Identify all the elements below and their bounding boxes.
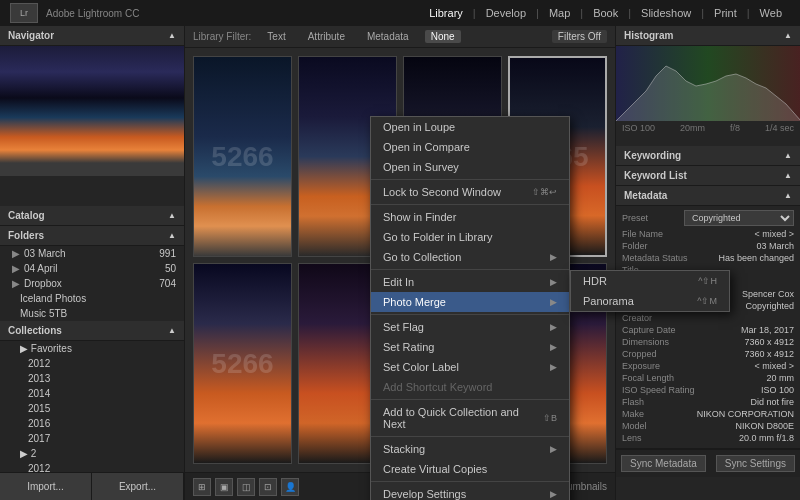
cm-sep-4 [371, 314, 569, 315]
export-button[interactable]: Export... [92, 473, 184, 500]
cm-sep-1 [371, 179, 569, 180]
histogram-header[interactable]: Histogram ▲ [616, 26, 800, 46]
collection-favorites[interactable]: ▶ Favorites [0, 341, 184, 356]
nav-book[interactable]: Book [585, 5, 626, 21]
folder-04-april[interactable]: ▶04 April 50 [0, 261, 184, 276]
survey-view-button[interactable]: ⊡ [259, 478, 277, 496]
cm-add-shortcut: Add Shortcut Keyword [371, 377, 569, 397]
cm-lock-second-window[interactable]: Lock to Second Window ⇧⌘↩ [371, 182, 569, 202]
nav-map[interactable]: Map [541, 5, 578, 21]
nav-print[interactable]: Print [706, 5, 745, 21]
filters-off-button[interactable]: Filters Off [552, 30, 607, 43]
navigator-preview [0, 46, 184, 176]
collection-2014[interactable]: 2014 [0, 386, 184, 401]
metadata-creator: Creator [622, 312, 794, 324]
cm-set-rating[interactable]: Set Rating ▶ [371, 337, 569, 357]
histogram-collapse-icon: ▲ [784, 31, 792, 40]
histogram-chart [616, 46, 800, 121]
cm-go-folder[interactable]: Go to Folder in Library [371, 227, 569, 247]
folder-icon-2: ▶ [12, 263, 20, 274]
sm-panorama[interactable]: Panorama ^⇧M [571, 291, 729, 311]
navigator-header[interactable]: Navigator ▲ [0, 26, 184, 46]
nav-develop[interactable]: Develop [478, 5, 534, 21]
left-bottom-bar: Import... Export... [0, 472, 184, 500]
grid-view-button[interactable]: ⊞ [193, 478, 211, 496]
folders-header[interactable]: Folders ▲ [0, 226, 184, 246]
top-bar-left: Lr Adobe Lightroom CC [10, 3, 139, 23]
cm-stacking[interactable]: Stacking ▶ [371, 439, 569, 459]
collections-header[interactable]: Collections ▲ [0, 321, 184, 341]
collection-2016[interactable]: 2016 [0, 416, 184, 431]
folder-iceland[interactable]: Iceland Photos [0, 291, 184, 306]
metadata-capture-date: Capture Date Mar 18, 2017 [622, 324, 794, 336]
folder-music[interactable]: Music 5TB [0, 306, 184, 321]
cm-go-collection[interactable]: Go to Collection ▶ [371, 247, 569, 267]
cm-edit-in[interactable]: Edit In ▶ [371, 272, 569, 292]
nav-web[interactable]: Web [752, 5, 790, 21]
cm-set-color[interactable]: Set Color Label ▶ [371, 357, 569, 377]
metadata-flash: Flash Did not fire [622, 396, 794, 408]
keywording-collapse-icon: ▲ [784, 151, 792, 160]
cm-photo-merge[interactable]: Photo Merge ▶ [371, 292, 569, 312]
metadata-iso: ISO Speed Rating ISO 100 [622, 384, 794, 396]
loupe-view-button[interactable]: ▣ [215, 478, 233, 496]
cm-develop-settings[interactable]: Develop Settings ▶ [371, 484, 569, 500]
filter-tab-metadata[interactable]: Metadata [361, 30, 415, 43]
preset-bar: Preset Copyrighted [622, 210, 794, 226]
filter-tab-text[interactable]: Text [261, 30, 291, 43]
sm-hdr[interactable]: HDR ^⇧H [571, 271, 729, 291]
people-view-button[interactable]: 👤 [281, 478, 299, 496]
top-bar: Lr Adobe Lightroom CC Library | Develop … [0, 0, 800, 26]
sync-settings-button[interactable]: Sync Settings [716, 455, 795, 472]
collection-2013[interactable]: 2013 [0, 371, 184, 386]
collection-2[interactable]: ▶ 2 [0, 446, 184, 461]
nav-slideshow[interactable]: Slideshow [633, 5, 699, 21]
left-panel: Navigator ▲ Catalog ▲ Folders ▲ ▶03 Marc… [0, 26, 185, 500]
cm-open-loupe[interactable]: Open in Loupe [371, 117, 569, 137]
filter-tab-attribute[interactable]: Attribute [302, 30, 351, 43]
main-layout: Navigator ▲ Catalog ▲ Folders ▲ ▶03 Marc… [0, 26, 800, 500]
cm-sep-5 [371, 399, 569, 400]
metadata-focal-length: Focal Length 20 mm [622, 372, 794, 384]
catalog-header[interactable]: Catalog ▲ [0, 206, 184, 226]
cm-open-survey[interactable]: Open in Survey [371, 157, 569, 177]
metadata-header[interactable]: Metadata ▲ [616, 186, 800, 206]
app-logo: Lr [10, 3, 38, 23]
cm-sep-6 [371, 436, 569, 437]
nav-library[interactable]: Library [421, 5, 471, 21]
filter-bar: Library Filter: Text Attribute Metadata … [185, 26, 615, 48]
metadata-status: Metadata Status Has been changed [622, 252, 794, 264]
compare-view-button[interactable]: ◫ [237, 478, 255, 496]
submenu: HDR ^⇧H Panorama ^⇧M [570, 270, 730, 312]
cm-arrow-icon-6: ▶ [550, 362, 557, 372]
metadata-dimensions: Dimensions 7360 x 4912 [622, 336, 794, 348]
cm-create-virtual[interactable]: Create Virtual Copies [371, 459, 569, 479]
preset-select[interactable]: Copyrighted [684, 210, 794, 226]
cm-arrow-icon-4: ▶ [550, 322, 557, 332]
filter-tab-none[interactable]: None [425, 30, 461, 43]
collection-2017[interactable]: 2017 [0, 431, 184, 446]
app-name: Adobe Lightroom CC [46, 8, 139, 19]
cm-set-flag[interactable]: Set Flag ▶ [371, 317, 569, 337]
folder-03-march[interactable]: ▶03 March 991 [0, 246, 184, 261]
folder-dropbox[interactable]: ▶Dropbox 704 [0, 276, 184, 291]
keyword-list-header[interactable]: Keyword List ▲ [616, 166, 800, 186]
cm-sep-2 [371, 204, 569, 205]
cm-open-compare[interactable]: Open in Compare [371, 137, 569, 157]
thumbnail-1[interactable]: 5266 [193, 56, 292, 257]
cm-arrow-icon-5: ▶ [550, 342, 557, 352]
sync-button[interactable]: Sync Metadata [621, 455, 706, 472]
preset-label: Preset [622, 213, 648, 223]
keywording-header[interactable]: Keywording ▲ [616, 146, 800, 166]
thumbnail-5[interactable]: 5266 [193, 263, 292, 464]
cm-show-finder[interactable]: Show in Finder [371, 207, 569, 227]
cm-add-quick-collection[interactable]: Add to Quick Collection and Next ⇧B [371, 402, 569, 434]
collection-2015[interactable]: 2015 [0, 401, 184, 416]
center-panel: Library Filter: Text Attribute Metadata … [185, 26, 615, 500]
collection-2012[interactable]: 2012 [0, 356, 184, 371]
metadata-section: Preset Copyrighted File Name < mixed > F… [616, 206, 800, 449]
cm-arrow-icon-8: ▶ [550, 489, 557, 499]
cm-sep-7 [371, 481, 569, 482]
collection-2012b[interactable]: 2012 [0, 461, 184, 472]
import-button[interactable]: Import... [0, 473, 92, 500]
